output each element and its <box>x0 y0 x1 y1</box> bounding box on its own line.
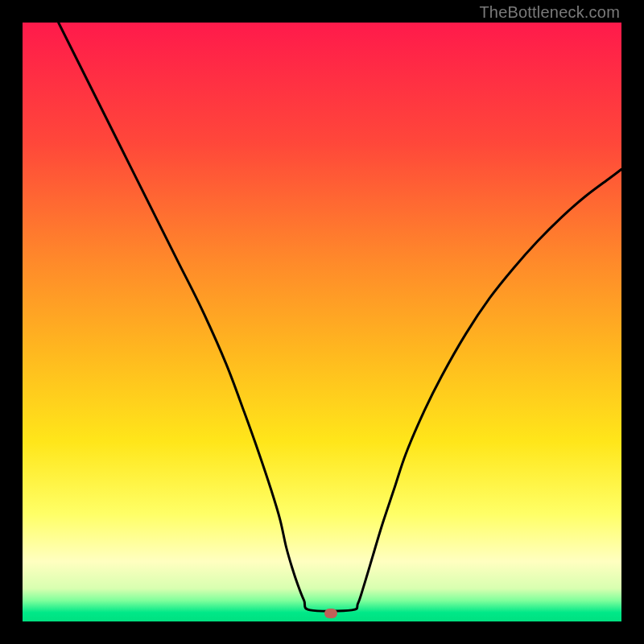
plot-area <box>23 23 621 621</box>
bottleneck-curve <box>23 23 621 621</box>
chart-frame: TheBottleneck.com <box>0 0 644 644</box>
watermark-label: TheBottleneck.com <box>479 3 620 22</box>
optimal-marker-icon <box>324 609 337 618</box>
